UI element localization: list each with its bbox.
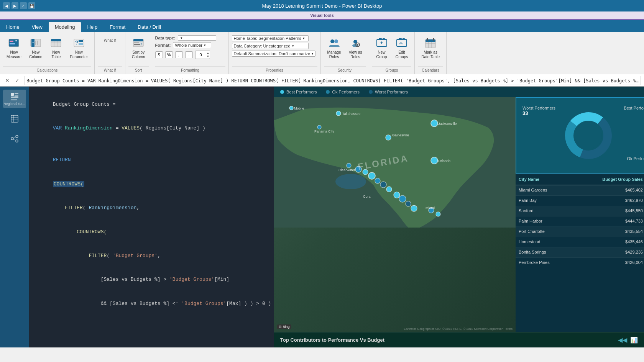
new-parameter-label: NewParameter xyxy=(70,50,88,59)
data-type-dropdown[interactable] xyxy=(178,35,216,41)
save-icon[interactable]: 💾 xyxy=(28,2,35,9)
tab-home[interactable]: Home xyxy=(0,22,26,32)
svg-rect-2 xyxy=(10,43,15,44)
view-as-roles-button[interactable]: View asRoles xyxy=(345,35,366,61)
comma-button[interactable]: , xyxy=(175,51,183,58)
formula-confirm-button[interactable]: ✓ xyxy=(13,76,21,85)
svg-point-61 xyxy=(336,111,341,116)
format-dropdown[interactable]: Whole number xyxy=(173,42,211,48)
svg-text:+: + xyxy=(32,41,34,44)
tab-format[interactable]: Format xyxy=(104,22,131,32)
mark-date-table-button[interactable]: Mark asDate Table xyxy=(418,35,443,61)
code-line-2: VAR RankingDimension = VALUES( Regions[C… xyxy=(35,116,268,140)
svg-rect-48 xyxy=(11,115,18,122)
decimal-down[interactable]: ▼ xyxy=(207,55,210,58)
svg-rect-30 xyxy=(379,38,382,40)
svg-rect-42 xyxy=(433,38,434,41)
tab-view[interactable]: View xyxy=(26,22,49,32)
donut-best-label: Best Performers 17 xyxy=(624,106,644,116)
home-table-dropdown[interactable]: Home Table: Segmentation Patterns xyxy=(232,35,309,41)
formula-input[interactable]: Budget Group Counts = VAR RankingDimensi… xyxy=(25,76,641,85)
table-row: Miami Gardens$465,402$149,74847.4% xyxy=(516,185,644,196)
code-line-filter1: FILTER( RankingDimension, xyxy=(35,196,268,220)
data-table: City Name Budget Group Sales Budget Grou… xyxy=(516,174,644,332)
tab-data-drill[interactable]: Data / Drill xyxy=(131,22,167,32)
svg-point-53 xyxy=(16,135,18,138)
cell-sales: $429,236 xyxy=(585,249,644,256)
sort-icon: ↕ xyxy=(132,37,145,49)
cell-sales: $435,554 xyxy=(585,228,644,235)
svg-point-79 xyxy=(394,192,400,198)
bottom-nav-icon[interactable]: ◀◀ xyxy=(618,336,627,344)
svg-rect-47 xyxy=(11,99,17,100)
sidebar-report-icon[interactable]: Regional Sa... xyxy=(3,90,26,108)
manage-roles-icon xyxy=(328,37,340,49)
tab-help[interactable]: Help xyxy=(81,22,104,32)
svg-line-56 xyxy=(13,139,16,140)
dot-button[interactable]: . xyxy=(185,51,193,58)
svg-point-76 xyxy=(375,178,380,183)
table-row: Palm Bay$462,970$1,5670.3% xyxy=(516,196,644,206)
new-parameter-button[interactable]: ? NewParameter xyxy=(66,35,91,61)
new-table-icon xyxy=(50,37,62,49)
view-as-roles-icon xyxy=(349,37,361,49)
new-table-label: NewTable xyxy=(51,50,61,59)
svg-text:Miami: Miami xyxy=(426,206,435,210)
svg-point-77 xyxy=(380,182,386,188)
donut-section: Worst Performers 33 Best Performers 17 xyxy=(516,97,644,174)
svg-text:Clearwater: Clearwater xyxy=(338,168,355,172)
new-table-button[interactable]: NewTable xyxy=(46,35,66,61)
svg-text:Σ: Σ xyxy=(15,39,17,43)
home-table-row: Home Table: Segmentation Patterns xyxy=(232,35,309,41)
svg-rect-43 xyxy=(11,93,14,96)
decimal-up[interactable]: ▲ xyxy=(207,51,210,55)
cell-city: Pembroke Pines xyxy=(516,259,585,266)
home-icon[interactable]: ⌂ xyxy=(20,2,27,9)
bottom-chart-icon[interactable]: 📊 xyxy=(630,336,638,344)
svg-point-52 xyxy=(11,138,13,140)
data-category-dropdown[interactable]: Data Category: Uncategorized xyxy=(232,43,309,49)
ribbon: Σ NewMeasure + NewColumn xyxy=(0,32,644,74)
back-icon[interactable]: ◀ xyxy=(3,2,10,9)
new-column-button[interactable]: + NewColumn xyxy=(26,35,46,61)
svg-rect-19 xyxy=(133,39,143,41)
bottom-section: Top Contributors to Performance Vs Budge… xyxy=(274,332,644,347)
formula-cancel-button[interactable]: ✕ xyxy=(3,76,12,85)
svg-point-82 xyxy=(411,205,417,211)
svg-text:Coral: Coral xyxy=(363,195,371,198)
sidebar-model-icon[interactable] xyxy=(3,129,26,148)
table-header: City Name Budget Group Sales Budget Grou… xyxy=(516,174,644,185)
properties-section-label: Properties xyxy=(232,66,317,72)
dollar-button[interactable]: $ xyxy=(155,51,163,58)
code-line-filter2: FILTER( 'Budget Groups', xyxy=(35,244,268,268)
code-editor[interactable]: Budget Group Counts = VAR RankingDimensi… xyxy=(29,87,274,347)
sidebar-data-icon[interactable] xyxy=(3,110,26,128)
dashboard-main: Mobile Tallahassee Jacksonville Panama C… xyxy=(274,97,644,332)
table-row: Port Charlotte$435,554$64,50617.4% xyxy=(516,227,644,237)
ribbon-section-calendars: Mark asDate Table Calendars xyxy=(415,32,447,74)
edit-groups-label: EditGroups xyxy=(396,50,408,59)
percent-button[interactable]: % xyxy=(165,51,173,58)
tab-modeling[interactable]: Modeling xyxy=(49,22,81,32)
svg-text:Panama City: Panama City xyxy=(314,129,334,133)
new-measure-button[interactable]: Σ NewMeasure xyxy=(3,35,25,61)
data-category-row: Data Category: Uncategorized xyxy=(232,43,309,49)
svg-point-28 xyxy=(357,44,358,46)
svg-line-55 xyxy=(13,137,16,138)
svg-point-71 xyxy=(347,163,351,168)
new-group-button[interactable]: + NewGroup xyxy=(372,35,391,61)
sort-by-column-button[interactable]: ↕ Sort byColumn xyxy=(128,35,148,61)
donut-chart: Worst Performers 33 Best Performers 17 xyxy=(516,97,644,174)
formula-controls: ✕ ✓ xyxy=(3,76,21,85)
cell-city: Bonita Springs xyxy=(516,249,585,256)
default-summarization-dropdown[interactable]: Default Summarization: Don't summarize xyxy=(232,51,316,57)
new-column-icon: + xyxy=(30,37,42,49)
new-parameter-icon: ? xyxy=(73,37,85,49)
edit-groups-button[interactable]: EditGroups xyxy=(392,35,412,61)
manage-roles-button[interactable]: ManageRoles xyxy=(324,35,345,61)
code-line-condition2: && [Sales vs Budgets %] <= 'Budget Group… xyxy=(35,292,268,316)
forward-icon[interactable]: ▶ xyxy=(12,2,18,9)
new-measure-icon: Σ xyxy=(8,37,20,49)
decimal-input[interactable] xyxy=(196,51,206,58)
main-content: Regional Sa... Budget Group Counts = xyxy=(0,87,644,347)
